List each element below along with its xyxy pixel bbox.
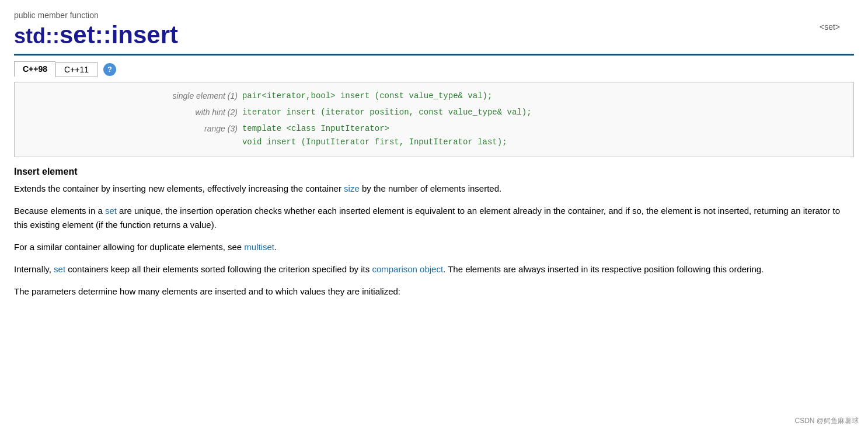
para4-text3: . The elements are always inserted in it… bbox=[443, 264, 764, 274]
code-line2: void insert (InputIterator first, InputI… bbox=[242, 137, 507, 147]
code-row-1: single element (1) pair<iterator,bool> i… bbox=[24, 88, 844, 105]
code-content-1: pair<iterator,bool> insert (const value_… bbox=[240, 88, 844, 105]
title-std-prefix: std:: bbox=[14, 24, 60, 48]
para4-text2: containers keep all their elements sorte… bbox=[65, 264, 372, 274]
code-content-3: template <class InputIterator> void inse… bbox=[240, 121, 844, 151]
code-label-2: with hint (2) bbox=[24, 105, 240, 121]
para1-text2: by the number of elements inserted. bbox=[360, 183, 501, 193]
para2-text2: are unique, the insertion operation chec… bbox=[14, 206, 840, 230]
para3-text2: . bbox=[274, 242, 277, 252]
paragraph-1: Extends the container by inserting new e… bbox=[14, 182, 854, 196]
code-content-2: iterator insert (iterator position, cons… bbox=[240, 105, 844, 121]
tabs-container: C++98 C++11 ? bbox=[14, 61, 854, 77]
para3-link-multiset[interactable]: multiset bbox=[244, 242, 274, 252]
page-title: std::set::insert bbox=[14, 21, 854, 49]
paragraph-2: Because elements in a set are unique, th… bbox=[14, 204, 854, 232]
para1-text1: Extends the container by inserting new e… bbox=[14, 183, 344, 193]
paragraph-5: The parameters determine how many elemen… bbox=[14, 285, 854, 299]
para4-text1: Internally, bbox=[14, 264, 54, 274]
para2-text1: Because elements in a bbox=[14, 206, 105, 216]
paragraph-4: Internally, set containers keep all thei… bbox=[14, 262, 854, 276]
code-signature-box: single element (1) pair<iterator,bool> i… bbox=[14, 82, 854, 157]
section-heading: Insert element bbox=[14, 167, 854, 177]
code-row-3: range (3) template <class InputIterator>… bbox=[24, 121, 844, 151]
title-fn-name: set::insert bbox=[60, 21, 178, 49]
tab-cpp98[interactable]: C++98 bbox=[14, 61, 55, 77]
para2-link-set[interactable]: set bbox=[105, 206, 117, 216]
tab-cpp11[interactable]: C++11 bbox=[55, 62, 97, 77]
help-icon[interactable]: ? bbox=[103, 63, 116, 76]
para4-link-set[interactable]: set bbox=[54, 264, 65, 274]
code-line1: template <class InputIterator> bbox=[242, 124, 389, 133]
para5-text: The parameters determine how many elemen… bbox=[14, 286, 400, 296]
code-label-1: single element (1) bbox=[24, 88, 240, 105]
code-label-3: range (3) bbox=[24, 121, 240, 151]
paragraph-3: For a similar container allowing for dup… bbox=[14, 240, 854, 254]
title-divider bbox=[14, 54, 854, 56]
public-member-label: public member function bbox=[14, 11, 854, 20]
set-nav-link[interactable]: <set> bbox=[820, 22, 840, 32]
code-row-2: with hint (2) iterator insert (iterator … bbox=[24, 105, 844, 121]
para3-text1: For a similar container allowing for dup… bbox=[14, 242, 244, 252]
title-row: <set> public member function std::set::i… bbox=[14, 11, 854, 49]
para1-link-size[interactable]: size bbox=[344, 183, 360, 193]
para4-link-comparison[interactable]: comparison object bbox=[372, 264, 443, 274]
code-table: single element (1) pair<iterator,bool> i… bbox=[24, 88, 844, 151]
